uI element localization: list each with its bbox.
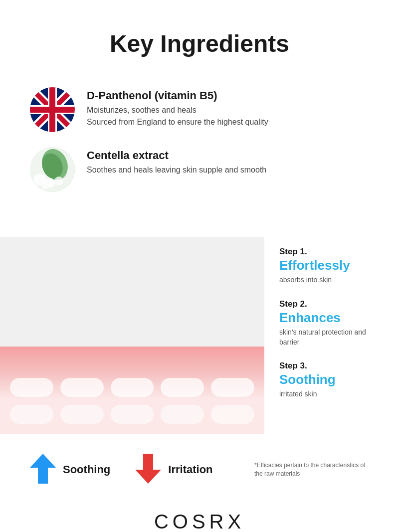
steps-image-area: [0, 237, 264, 434]
skin-cells-row-1: [0, 378, 264, 397]
steps-top-background: [0, 237, 264, 347]
steps-skin-diagram: [0, 347, 264, 434]
soothing-arrow-icon: [30, 454, 56, 486]
skin-cell-2: [60, 405, 104, 424]
ingredient-dpanthenol: D-Panthenol (vitamin B5) Moisturizes, so…: [30, 87, 369, 132]
uk-flag-icon: [30, 87, 75, 132]
skin-cell: [10, 378, 53, 397]
skin-cell: [161, 378, 204, 397]
bottom-legend-section: Soothing Irritation *Efficacies pertain …: [0, 434, 399, 496]
step-1-keyword: Effortlessly: [279, 258, 384, 273]
skin-cells-row-2: [0, 405, 264, 424]
dpanthenol-name: D-Panthenol (vitamin B5): [87, 89, 268, 102]
skin-cell-2: [161, 405, 204, 424]
steps-section: Step 1. Effortlessly absorbs into skin S…: [0, 237, 399, 434]
step-3-block: Step 3. Soothing irritated skin: [279, 361, 384, 399]
step-3-detail: irritated skin: [279, 389, 384, 399]
irritation-label: Irritation: [168, 463, 212, 476]
ingredients-section: D-Panthenol (vitamin B5) Moisturizes, so…: [0, 77, 399, 227]
step-2-block: Step 2. Enhances skin's natural protecti…: [279, 299, 384, 347]
step-1-detail: absorbs into skin: [279, 275, 384, 285]
step-3-number: Step 3.: [279, 361, 384, 371]
ingredient-centella: Centella extract Soothes and heals leavi…: [30, 147, 369, 192]
skin-cell: [111, 378, 154, 397]
svg-point-16: [54, 177, 63, 185]
step-2-detail: skin's natural protection and barrier: [279, 328, 384, 347]
skin-cell-2: [10, 405, 53, 424]
brand-section: COSRX: [0, 496, 399, 532]
centella-icon: [30, 147, 75, 192]
svg-point-17: [41, 182, 48, 189]
step-3-keyword: Soothing: [279, 372, 384, 387]
step-1-block: Step 1. Effortlessly absorbs into skin: [279, 247, 384, 285]
centella-text: Centella extract Soothes and heals leavi…: [87, 147, 266, 176]
centella-desc1: Soothes and heals leaving skin supple an…: [87, 164, 266, 176]
skin-cell-2: [111, 405, 154, 424]
svg-marker-18: [30, 454, 56, 484]
step-2-number: Step 2.: [279, 299, 384, 309]
dpanthenol-text: D-Panthenol (vitamin B5) Moisturizes, so…: [87, 87, 268, 128]
page-title: Key Ingredients: [20, 30, 379, 57]
efficacy-note: *Efficacies pertain to the characteristi…: [254, 461, 369, 478]
skin-cell: [211, 378, 254, 397]
irritation-legend: Irritation: [135, 454, 212, 486]
svg-marker-19: [135, 454, 161, 484]
steps-content: Step 1. Effortlessly absorbs into skin S…: [264, 237, 399, 434]
dpanthenol-desc1: Moisturizes, soothes and heals: [87, 104, 268, 116]
step-2-keyword: Enhances: [279, 310, 384, 326]
skin-cell: [60, 378, 104, 397]
svg-rect-9: [30, 107, 75, 113]
soothing-legend: Soothing: [30, 454, 110, 486]
centella-name: Centella extract: [87, 149, 266, 162]
page-header: Key Ingredients: [0, 0, 399, 77]
dpanthenol-desc2: Sourced from England to ensure the highe…: [87, 116, 268, 128]
brand-name: COSRX: [20, 511, 379, 532]
skin-cell-2: [211, 405, 254, 424]
soothing-label: Soothing: [63, 463, 110, 476]
irritation-arrow-icon: [135, 454, 161, 486]
step-1-number: Step 1.: [279, 247, 384, 257]
